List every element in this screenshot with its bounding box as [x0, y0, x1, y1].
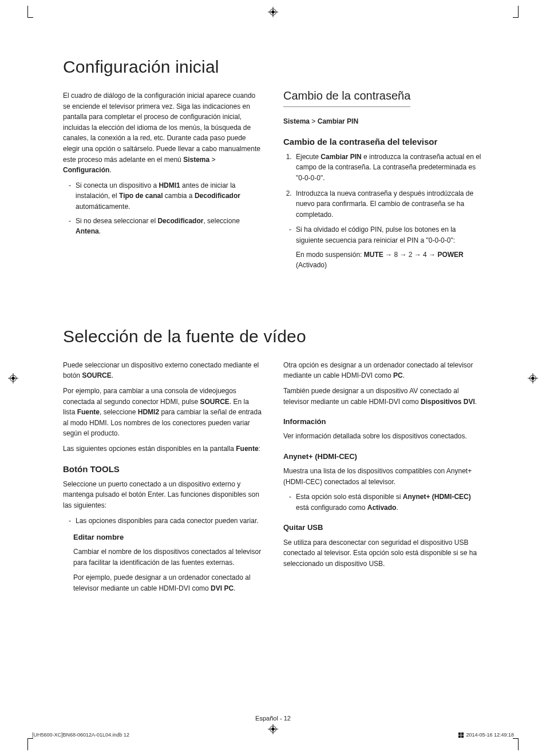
text: (Activado) [296, 261, 327, 269]
grid-icon [458, 733, 464, 738]
crop-mark [512, 739, 519, 750]
term: Tipo de canal [119, 192, 163, 200]
right-column: Cambio de la contraseña Sistema > Cambia… [283, 87, 483, 275]
list-item: Las opciones disponibles para cada conec… [69, 516, 263, 527]
menu-name: Sistema [183, 156, 209, 164]
term: DVI PC [211, 584, 234, 592]
paragraph: También puede designar a un dispositivo … [283, 386, 483, 407]
text: Las siguientes opciones están disponible… [63, 445, 236, 453]
left-column: Puede seleccionar un dispositivo externo… [63, 357, 263, 599]
paragraph: Seleccione un puerto conectado a un disp… [63, 479, 263, 511]
right-column: Otra opción es designar a un ordenador c… [283, 357, 483, 599]
menu-name: Sistema [283, 117, 310, 125]
list-item: Si ha olvidado el código PIN, pulse los … [289, 224, 483, 270]
term: Decodificador [195, 192, 240, 200]
term: Anynet+ (HDMI-CEC) [403, 493, 471, 501]
subheading: Botón TOOLS [63, 462, 263, 476]
registration-mark-icon [528, 373, 538, 383]
text: automáticamente. [76, 203, 130, 211]
text: . [475, 398, 477, 406]
text: . [396, 504, 398, 512]
page-number: Español - 12 [0, 715, 546, 722]
text: , seleccione [203, 217, 239, 225]
timestamp-text: 2014-05-16 12:49:18 [466, 732, 514, 738]
paragraph: Por ejemplo, puede designar a un ordenad… [73, 572, 263, 593]
text: : [259, 445, 260, 453]
timestamp: 2014-05-16 12:49:18 [458, 732, 514, 738]
feature-heading: Información [283, 416, 483, 428]
list-item: Si no desea seleccionar el Decodificador… [69, 216, 263, 237]
text: Si ha olvidado el código PIN, pulse los … [296, 225, 456, 244]
subheading: Cambio de la contraseña del televisor [283, 135, 483, 148]
svg-rect-17 [461, 733, 464, 735]
term: Cambiar PIN [321, 153, 361, 161]
text: > [310, 117, 318, 125]
crop-mark [512, 6, 519, 17]
text: El cuadro de diálogo de la configuración… [63, 92, 260, 164]
svg-rect-19 [461, 735, 464, 738]
footer-metadata: [UH5600-XC]BN68-06012A-01L04.indb 12 201… [32, 732, 514, 738]
text: Esta opción solo está disponible si [296, 493, 403, 501]
text: . [109, 166, 111, 174]
term: Fuente [236, 445, 258, 453]
paragraph: Por ejemplo, para cambiar a una consola … [63, 386, 263, 439]
term: PC [393, 371, 403, 379]
intro-paragraph: El cuadro de diálogo de la configuración… [63, 90, 263, 176]
text: cambia a [163, 192, 195, 200]
left-column: El cuadro de diálogo de la configuración… [63, 87, 263, 275]
feature-heading: Quitar USB [283, 522, 483, 533]
list-item: Esta opción solo está disponible si Anyn… [289, 492, 483, 513]
paragraph: Se utiliza para desconectar con segurida… [283, 537, 483, 569]
crop-mark [27, 6, 34, 17]
button-name: SOURCE [82, 371, 111, 379]
text: . [99, 227, 101, 235]
paragraph: Puede seleccionar un dispositivo externo… [63, 360, 263, 381]
text: → 8 → 2 → 4 → [383, 251, 438, 259]
menu-name: Configuración [63, 166, 109, 174]
registration-mark-icon [268, 7, 278, 17]
list-item: Ejecute Cambiar PIN e introduzca la cont… [294, 152, 483, 184]
registration-mark-icon [8, 373, 18, 383]
button-name: MUTE [364, 251, 383, 259]
text: está configurado como [296, 504, 367, 512]
file-name: [UH5600-XC]BN68-06012A-01L04.indb 12 [32, 732, 129, 738]
text: , seleccione [100, 408, 138, 416]
text: . [403, 371, 405, 379]
paragraph: Otra opción es designar a un ordenador c… [283, 360, 483, 381]
breadcrumb: Sistema > Cambiar PIN [283, 116, 483, 127]
text: Si conecta un dispositivo a [76, 181, 159, 189]
text: Si no desea seleccionar el [76, 217, 157, 225]
paragraph: Muestra una lista de los dispositivos co… [283, 466, 483, 487]
button-name: SOURCE [200, 398, 229, 406]
menu-name: Cambiar PIN [318, 117, 358, 125]
term: Activado [367, 504, 397, 512]
crop-mark [27, 739, 34, 750]
section-title: Configuración inicial [63, 57, 483, 77]
feature-heading: Anynet+ (HDMI-CEC) [283, 451, 483, 462]
feature-heading: Editar nombre [73, 532, 263, 543]
paragraph: Las siguientes opciones están disponible… [63, 444, 263, 454]
text: Otra opción es designar a un ordenador c… [283, 361, 473, 380]
term: Antena [76, 227, 99, 235]
term: Decodificador [157, 217, 203, 225]
button-name: POWER [437, 251, 463, 259]
svg-rect-16 [458, 733, 461, 735]
term: HDMI2 [138, 408, 159, 416]
text: > [209, 156, 215, 164]
document-page: Configuración inicial El cuadro de diálo… [0, 0, 546, 756]
text: Ejecute [296, 153, 321, 161]
svg-rect-18 [458, 735, 461, 738]
list-item: Introduzca la nueva contraseña y después… [294, 188, 483, 220]
paragraph: Ver información detallada sobre los disp… [283, 431, 483, 442]
term: HDMI1 [159, 181, 180, 189]
subsection-title: Cambio de la contraseña [283, 87, 410, 107]
text: . [234, 584, 235, 592]
list-item: Si conecta un dispositivo a HDMI1 antes … [69, 180, 263, 212]
section-title: Selección de la fuente de vídeo [63, 327, 483, 346]
text: . [112, 371, 113, 379]
section-initial-setup: Configuración inicial El cuadro de diálo… [63, 57, 483, 275]
text: En modo suspensión: [296, 251, 364, 259]
term: Fuente [77, 408, 100, 416]
paragraph: Cambiar el nombre de los dispositivos co… [73, 547, 263, 568]
section-video-source: Selección de la fuente de vídeo Puede se… [63, 327, 483, 599]
